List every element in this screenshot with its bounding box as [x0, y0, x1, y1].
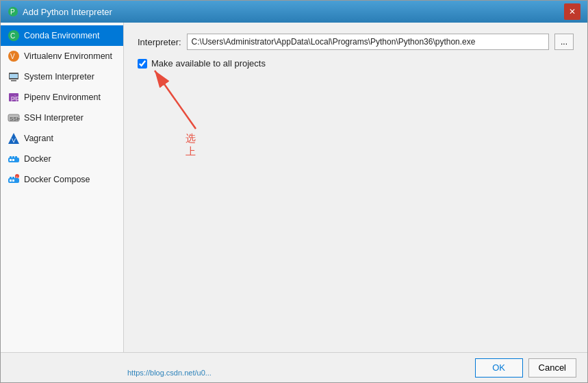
svg-rect-8 — [10, 74, 18, 78]
svg-rect-17 — [12, 156, 14, 158]
svg-text:+: + — [16, 175, 18, 179]
footer-link: https://blog.csdn.net/u0... — [127, 369, 212, 377]
make-available-checkbox[interactable] — [138, 59, 147, 69]
virtualenv-icon: V — [8, 50, 20, 62]
annotation-arrow — [144, 57, 254, 139]
dialog-body: C Conda Environment V Virtualenv Environ… — [1, 23, 587, 352]
sidebar-item-ssh[interactable]: SSH SSH Interpreter — [1, 108, 123, 128]
svg-text:V: V — [10, 53, 15, 60]
sidebar-item-system-label: System Interpreter — [24, 72, 94, 82]
conda-icon: C — [8, 29, 20, 42]
sidebar-item-virtualenv-label: Virtualenv Environment — [24, 51, 112, 61]
svg-rect-23 — [12, 177, 14, 179]
add-python-interpreter-dialog: P Add Python Interpreter ✕ C Conda Envir… — [0, 0, 588, 383]
svg-text:C: C — [10, 32, 15, 40]
annotation-text: 选上 — [186, 132, 196, 158]
svg-rect-26 — [12, 180, 14, 182]
svg-rect-20 — [12, 159, 14, 161]
sidebar-item-conda[interactable]: C Conda Environment — [1, 25, 123, 46]
docker-icon — [8, 153, 20, 165]
dialog-title: Add Python Interpreter — [23, 7, 112, 17]
close-button[interactable]: ✕ — [564, 3, 580, 20]
dialog-footer: https://blog.csdn.net/u0... OK Cancel — [1, 352, 587, 382]
sidebar-item-docker[interactable]: Docker — [1, 149, 123, 169]
docker-compose-icon: + — [8, 173, 20, 186]
make-available-label: Make available to all projects — [151, 58, 266, 69]
title-bar: P Add Python Interpreter ✕ — [1, 1, 587, 23]
sidebar-item-virtualenv[interactable]: V Virtualenv Environment — [1, 46, 123, 66]
sidebar: C Conda Environment V Virtualenv Environ… — [1, 23, 124, 352]
ok-button[interactable]: OK — [475, 358, 523, 378]
ssh-icon: SSH — [8, 112, 20, 124]
svg-rect-19 — [10, 159, 12, 161]
sidebar-item-system[interactable]: System Interpreter — [1, 66, 123, 87]
system-icon — [8, 71, 20, 83]
main-content: Interpreter: ... Make available to all p… — [124, 23, 587, 352]
sidebar-item-docker-label: Docker — [24, 154, 51, 164]
svg-rect-22 — [10, 177, 12, 179]
svg-text:V: V — [12, 137, 16, 144]
sidebar-item-docker-compose[interactable]: + Docker Compose — [1, 169, 123, 190]
python-icon: P — [8, 6, 18, 17]
pipenv-icon: pip — [8, 91, 20, 103]
svg-rect-18 — [15, 156, 17, 158]
svg-rect-7 — [11, 80, 16, 82]
sidebar-item-conda-label: Conda Environment — [24, 31, 99, 40]
interpreter-input[interactable] — [187, 34, 549, 50]
sidebar-item-ssh-label: SSH Interpreter — [24, 113, 84, 123]
svg-line-30 — [155, 71, 196, 129]
svg-text:P: P — [10, 8, 15, 16]
svg-text:SSH: SSH — [10, 116, 20, 122]
svg-rect-25 — [10, 180, 12, 182]
sidebar-item-docker-compose-label: Docker Compose — [24, 175, 90, 184]
sidebar-item-pipenv[interactable]: pip Pipenv Environment — [1, 87, 123, 108]
svg-text:pip: pip — [11, 95, 19, 101]
vagrant-icon: V — [8, 132, 20, 145]
sidebar-item-pipenv-label: Pipenv Environment — [24, 92, 101, 102]
browse-button[interactable]: ... — [554, 34, 574, 50]
interpreter-row: Interpreter: ... — [138, 34, 574, 50]
sidebar-item-vagrant-label: Vagrant — [24, 134, 53, 143]
sidebar-item-vagrant[interactable]: V Vagrant — [1, 128, 123, 149]
checkbox-row: Make available to all projects — [138, 58, 574, 69]
svg-rect-16 — [10, 156, 12, 158]
interpreter-label: Interpreter: — [138, 37, 181, 47]
title-bar-left: P Add Python Interpreter — [8, 6, 112, 17]
cancel-button[interactable]: Cancel — [528, 358, 576, 378]
